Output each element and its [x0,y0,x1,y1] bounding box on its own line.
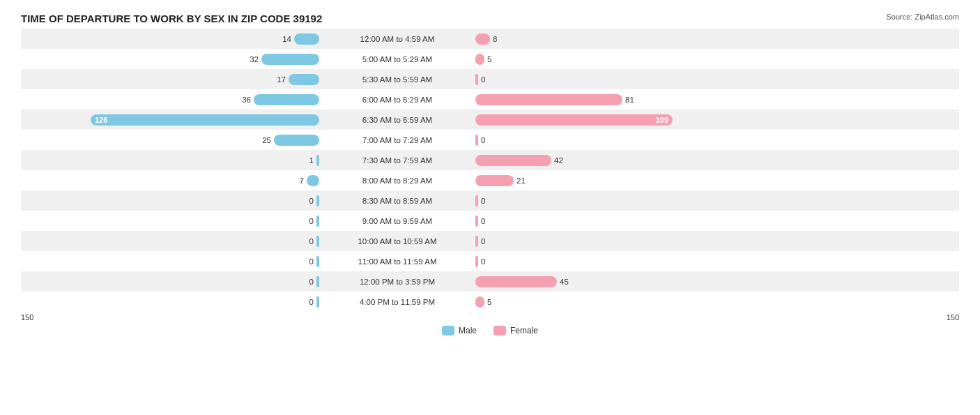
female-value: 0 [481,257,496,266]
chart-row: 7 8:00 AM to 8:29 AM 21 [21,170,959,190]
male-bar [316,256,319,267]
row-label: 11:00 AM to 11:59 AM [321,257,474,266]
male-value: 0 [298,217,314,225]
female-value: 45 [560,278,575,286]
legend-female-label: Female [510,326,538,335]
chart-row: 0 4:00 PM to 11:59 PM 5 [21,292,959,312]
male-bar [254,94,319,105]
male-bar [316,276,319,287]
chart-row: 17 5:30 AM to 5:59 AM 0 [21,69,959,89]
female-bar [475,236,478,247]
chart-row: 32 5:00 AM to 5:29 AM 5 [21,49,959,69]
chart-row: 0 11:00 AM to 11:59 AM 0 [21,251,959,271]
row-label: 5:00 AM to 5:29 AM [321,55,474,63]
male-value-inside: 126 [91,116,107,124]
female-bar-container: 45 [474,276,774,287]
female-value: 5 [487,298,503,306]
male-bar: 126 [91,114,319,126]
male-bar-container: 17 [21,74,321,85]
male-bar [316,296,319,308]
male-bar-container: 25 [21,135,321,146]
male-value: 32 [243,55,259,63]
male-value: 17 [270,75,286,84]
female-bar-container: 0 [474,195,774,206]
legend-female: Female [493,326,538,335]
chart-row: 0 12:00 PM to 3:59 PM 45 [21,271,959,292]
female-bar-container: 0 [474,135,774,146]
female-value: 81 [625,96,641,104]
male-bar [289,74,319,85]
male-bar [307,175,319,186]
male-bar-container: 0 [21,216,321,227]
female-bar [475,135,478,146]
female-bar: 109 [475,114,673,126]
female-bar-container: 0 [474,216,774,227]
male-value: 0 [298,237,314,246]
chart-row: 126 6:30 AM to 6:59 AM 109 [21,110,959,130]
chart-row: 36 6:00 AM to 6:29 AM 81 [21,89,959,110]
female-bar [475,276,557,287]
female-bar [475,195,478,206]
male-bar-container: 32 [21,54,321,65]
male-bar [316,236,319,247]
female-value: 0 [481,136,496,144]
male-bar-container: 1 [21,155,321,166]
female-bar-container: 5 [474,54,774,65]
source-label: Source: ZipAtlas.com [886,13,959,21]
row-label: 8:30 AM to 8:59 AM [321,197,474,205]
chart-row: 1 7:30 AM to 7:59 AM 42 [21,150,959,170]
female-bar-container: 8 [474,33,774,45]
female-value: 21 [516,176,532,185]
chart-container: TIME OF DEPARTURE TO WORK BY SEX IN ZIP … [0,0,980,415]
male-bar-container: 36 [21,94,321,105]
female-bar [475,296,484,308]
axis-right-label: 150 [947,313,959,322]
row-label: 12:00 PM to 3:59 PM [321,278,474,286]
male-value: 36 [236,96,251,104]
female-value: 8 [493,35,508,43]
male-bar-container: 126 [21,114,321,126]
female-value: 5 [487,55,503,63]
male-bar [294,33,319,45]
legend-male-label: Male [459,326,477,335]
male-value: 0 [298,257,314,266]
female-bar [475,175,514,186]
chart-row: 0 9:00 AM to 9:59 AM 0 [21,211,959,231]
legend-male-swatch [442,326,454,335]
male-bar [316,155,319,166]
row-label: 6:00 AM to 6:29 AM [321,96,474,104]
row-label: 7:30 AM to 7:59 AM [321,156,474,165]
axis-left-label: 150 [21,313,33,322]
female-bar [475,33,490,45]
chart-row: 0 10:00 AM to 10:59 AM 0 [21,231,959,251]
male-bar [261,54,319,65]
row-label: 4:00 PM to 11:59 PM [321,298,474,306]
legend: Male Female [21,326,959,335]
row-label: 5:30 AM to 5:59 AM [321,75,474,84]
female-value: 42 [554,156,569,165]
male-value: 0 [298,298,314,306]
female-value: 0 [481,237,496,246]
legend-female-swatch [493,326,506,335]
female-bar [475,256,478,267]
female-bar-container: 0 [474,236,774,247]
female-bar-container: 5 [474,296,774,308]
female-bar [475,155,551,166]
legend-male: Male [442,326,477,335]
male-bar-container: 7 [21,175,321,186]
female-bar-container: 42 [474,155,774,166]
chart-row: 0 8:30 AM to 8:59 AM 0 [21,190,959,211]
row-label: 8:00 AM to 8:29 AM [321,176,474,185]
female-bar-container: 0 [474,256,774,267]
axis-labels: 150 150 [21,313,959,322]
chart-row: 25 7:00 AM to 7:29 AM 0 [21,130,959,150]
male-bar [316,195,319,206]
female-bar-container: 81 [474,94,774,105]
male-value: 14 [276,35,291,43]
male-value: 7 [289,176,304,185]
chart-title: TIME OF DEPARTURE TO WORK BY SEX IN ZIP … [21,13,959,24]
male-bar-container: 0 [21,195,321,206]
male-bar [316,216,319,227]
female-value: 0 [481,217,496,225]
female-bar-container: 0 [474,74,774,85]
